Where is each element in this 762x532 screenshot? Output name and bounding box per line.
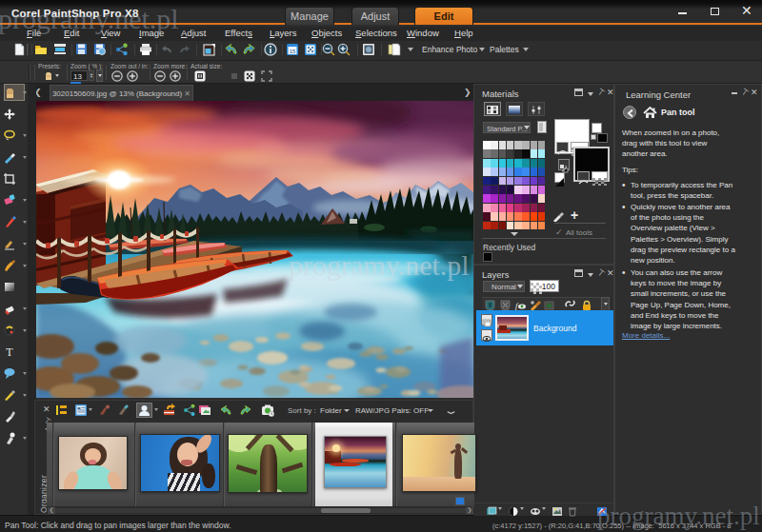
- svg-text:T: T: [6, 345, 13, 359]
- svg-text:15: 15: [290, 49, 296, 54]
